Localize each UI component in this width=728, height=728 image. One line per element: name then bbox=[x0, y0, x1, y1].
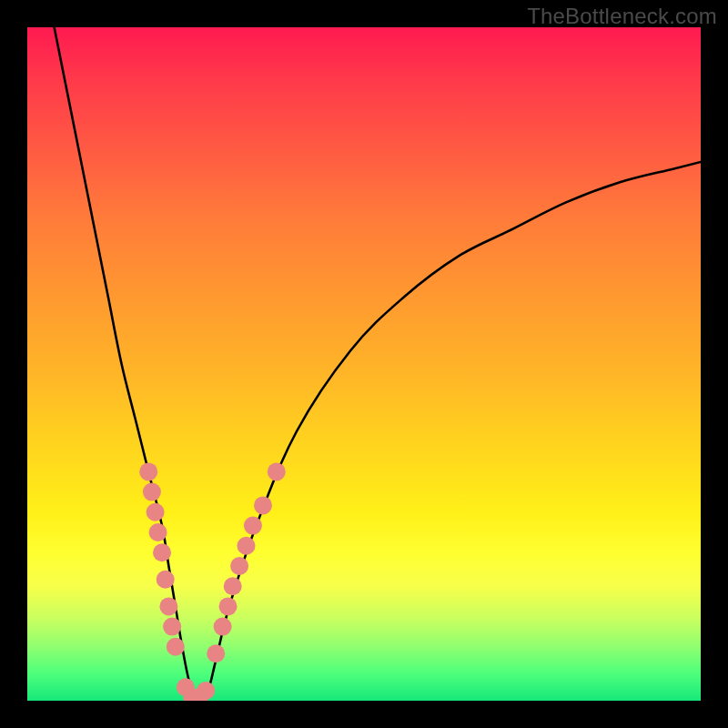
curve-markers bbox=[139, 462, 286, 701]
curve-marker bbox=[230, 557, 248, 575]
curve-marker bbox=[207, 644, 225, 662]
curve-marker bbox=[157, 571, 175, 589]
curve-marker bbox=[163, 618, 181, 636]
curve-marker bbox=[224, 577, 242, 595]
chart-frame: TheBottleneck.com bbox=[0, 0, 728, 728]
curve-marker bbox=[268, 462, 286, 480]
curve-marker bbox=[153, 543, 171, 561]
curve-marker bbox=[244, 517, 262, 535]
curve-marker bbox=[254, 496, 272, 514]
curve-marker bbox=[238, 537, 256, 555]
chart-svg bbox=[27, 27, 701, 701]
curve-marker bbox=[214, 618, 232, 636]
curve-marker bbox=[149, 523, 167, 541]
bottleneck-curve bbox=[55, 27, 701, 701]
chart-plot-area bbox=[27, 27, 701, 701]
watermark-text: TheBottleneck.com bbox=[527, 4, 717, 29]
curve-marker bbox=[167, 638, 185, 656]
curve-marker bbox=[139, 462, 157, 480]
curve-marker bbox=[143, 483, 161, 501]
curve-marker bbox=[147, 503, 165, 521]
curve-marker bbox=[197, 682, 215, 700]
curve-marker bbox=[219, 597, 238, 615]
curve-marker bbox=[159, 597, 177, 615]
